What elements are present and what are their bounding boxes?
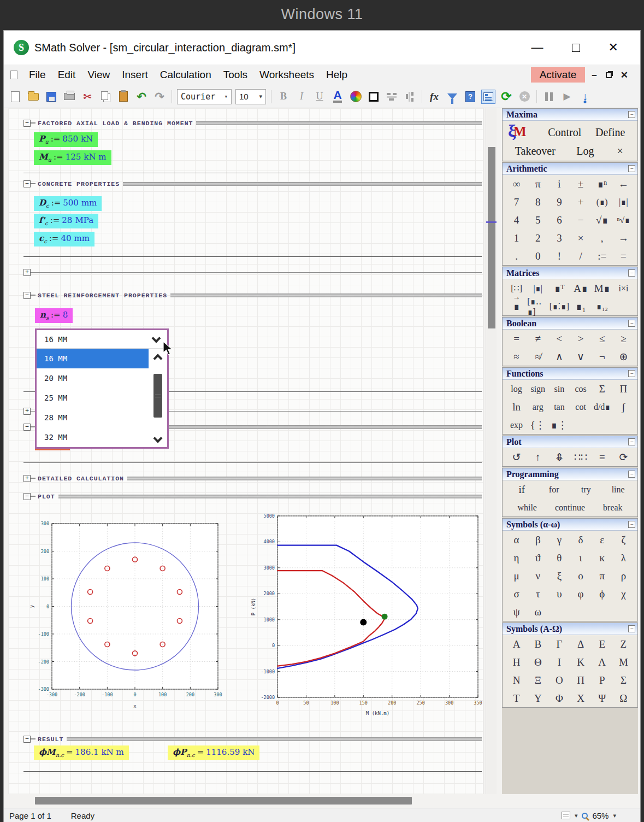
bar-size-option[interactable]: 32 MM — [37, 427, 149, 447]
palette-button[interactable]: υ — [548, 585, 570, 602]
chevron-down-icon[interactable] — [152, 333, 161, 343]
palette-button[interactable]: 5 — [527, 212, 548, 228]
palette-button[interactable]: while — [506, 499, 548, 516]
scroll-down-icon[interactable] — [153, 434, 163, 443]
mdi-minimize-button[interactable]: – — [592, 71, 596, 80]
maximize-button[interactable] — [572, 44, 580, 52]
redo-button[interactable]: ↷ — [152, 90, 167, 104]
palette-button[interactable]: ⊕ — [613, 348, 634, 365]
palette-button[interactable]: 9 — [548, 193, 570, 210]
palette-button[interactable]: Y — [527, 690, 548, 707]
palette-button[interactable]: η — [506, 549, 527, 566]
paste-button[interactable] — [116, 90, 131, 104]
palette-button[interactable]: exp — [506, 416, 527, 433]
palette-button[interactable]: σ — [506, 585, 527, 602]
play-button[interactable]: ▶ — [560, 90, 574, 104]
palette-button[interactable]: 1 — [506, 230, 527, 246]
palette-button[interactable]: {⋮ — [527, 416, 548, 433]
align-horizontal-button[interactable] — [385, 90, 399, 104]
palette-button[interactable]: ↺ — [506, 449, 527, 466]
collapse-icon[interactable]: − — [23, 424, 31, 431]
minimize-button[interactable]: — — [531, 42, 543, 54]
debug-button[interactable]: ↓ — [578, 90, 592, 104]
bar-size-option[interactable]: 25 MM — [37, 388, 149, 408]
palette-button[interactable]: O — [548, 672, 570, 689]
chevron-down-icon[interactable]: ▾ — [613, 812, 616, 819]
font-size-select[interactable]: 10▾ — [235, 89, 266, 104]
palette-button[interactable]: δ — [570, 531, 592, 548]
palette-button[interactable]: κ — [592, 549, 613, 566]
palette-button[interactable]: ≡ — [592, 449, 613, 466]
palette-button[interactable]: ∞ — [506, 175, 527, 192]
palette-button[interactable]: H — [506, 654, 527, 671]
bold-button[interactable]: B — [276, 90, 291, 104]
maxima-button-define[interactable]: Define — [588, 126, 634, 139]
palette-button[interactable]: ln — [506, 398, 527, 415]
menu-item-worksheets[interactable]: Worksheets — [253, 68, 320, 82]
palette-button[interactable]: α — [506, 531, 527, 548]
palette-button[interactable]: = — [613, 248, 634, 265]
pause-button[interactable] — [542, 90, 556, 104]
palette-button[interactable]: × — [570, 230, 592, 246]
palette-button[interactable]: arg — [527, 398, 548, 415]
palette-button[interactable]: > — [570, 330, 592, 347]
palette-button[interactable]: P — [592, 672, 613, 689]
palette-button[interactable]: Ω — [613, 690, 634, 707]
palette-button[interactable]: M — [613, 654, 634, 671]
palette-button[interactable]: log — [506, 380, 527, 397]
menu-item-insert[interactable]: Insert — [116, 68, 154, 82]
palette-button[interactable]: ← — [613, 175, 634, 192]
scrollbar-thumb[interactable] — [153, 374, 162, 418]
palette-button[interactable]: ∎ᵀ — [548, 280, 570, 297]
palette-button[interactable]: Z — [613, 636, 634, 653]
collapse-icon[interactable]: − — [628, 471, 635, 478]
palette-button[interactable]: ο — [570, 567, 592, 584]
palette-button[interactable]: φ — [570, 585, 592, 602]
zoom-icon[interactable] — [582, 813, 588, 819]
palette-button[interactable]: d/d∎ — [592, 398, 613, 415]
maxima-button-log[interactable]: Log — [564, 145, 607, 157]
interaction-diagram-plot[interactable]: 050100150200250300350-2000-1000010002000… — [243, 510, 483, 724]
palette-button[interactable]: 4 — [506, 212, 527, 228]
collapse-icon[interactable]: − — [23, 736, 31, 743]
page-preview-icon[interactable] — [562, 812, 570, 819]
palette-button[interactable]: ± — [570, 175, 592, 192]
worksheet[interactable]: − FACTORED AXIAL LOAD & BENDING MOMENT −… — [8, 108, 483, 794]
collapse-icon[interactable]: − — [628, 165, 635, 172]
italic-button[interactable]: I — [294, 90, 309, 104]
cross-section-plot[interactable]: -300-200-1000100200300-300-200-100010020… — [28, 514, 223, 720]
palette-button[interactable]: . — [506, 248, 527, 265]
palette-button[interactable]: := — [592, 248, 613, 265]
collapse-icon[interactable]: − — [628, 111, 635, 118]
palette-button[interactable]: I — [548, 654, 570, 671]
menu-item-edit[interactable]: Edit — [52, 68, 82, 82]
collapse-icon[interactable]: − — [628, 370, 635, 377]
collapse-icon[interactable]: − — [628, 625, 635, 632]
palette-button[interactable]: cos — [570, 380, 592, 397]
palette-button[interactable]: break — [592, 499, 634, 516]
font-color-button[interactable]: A — [330, 90, 345, 104]
palette-button[interactable]: ∧ — [548, 348, 570, 365]
palette-button[interactable]: sign — [527, 380, 548, 397]
mdi-close-button[interactable]: ✕ — [621, 71, 628, 80]
collapse-icon[interactable]: − — [628, 269, 635, 277]
save-button[interactable] — [44, 90, 58, 104]
palette-button[interactable]: |∎| — [527, 280, 548, 297]
palette-button[interactable]: / — [570, 248, 592, 265]
palette-button[interactable]: π — [592, 567, 613, 584]
palette-button[interactable]: = — [506, 330, 527, 347]
palette-button[interactable]: if — [506, 481, 538, 498]
menu-item-file[interactable]: File — [23, 68, 52, 82]
palette-button[interactable]: τ — [527, 585, 548, 602]
palette-button[interactable]: β — [527, 531, 548, 548]
palette-button[interactable]: ≉ — [527, 348, 548, 365]
palette-button[interactable]: |∎| — [613, 193, 634, 210]
palette-button[interactable]: ≠ — [527, 330, 548, 347]
palette-button[interactable]: 6 — [548, 212, 570, 228]
activate-button[interactable]: Activate — [531, 67, 586, 83]
vertical-scrollbar[interactable] — [486, 108, 497, 794]
formula-phiP[interactable]: ϕPn.c=1116.59kN — [168, 745, 259, 760]
palette-button[interactable]: ≈ — [506, 348, 527, 365]
palette-button[interactable]: < — [548, 330, 570, 347]
bar-size-dropdown[interactable]: 16 MM 16 MM20 MM25 MM28 MM32 MM — [35, 328, 169, 449]
